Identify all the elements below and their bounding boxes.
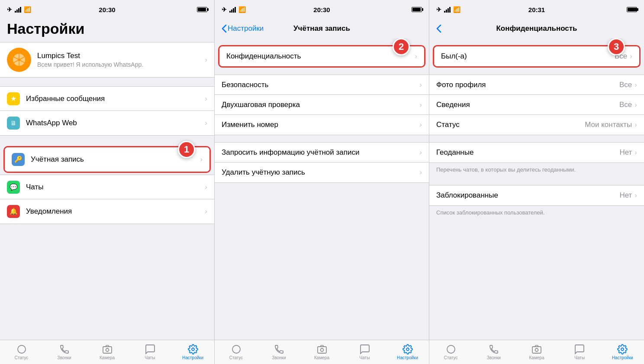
geodata-desc: Перечень чатов, в которых вы делитесь ге…	[429, 163, 644, 178]
calls-tab-icon-1	[59, 344, 70, 354]
status-bar-2: ✈ 📶 20:30	[215, 0, 429, 19]
status-left-3: ✈ 📶	[436, 6, 460, 13]
section-regular-1: ★ Избранные сообщения › 🖥 WhatsApp Web ›	[0, 86, 214, 136]
nav-header-3: Конфиденциальность	[429, 19, 644, 38]
calls-tab-icon-2	[274, 344, 284, 354]
profile-status: Всем привет! Я использую WhatsApp.	[37, 61, 203, 68]
privacy-label: Конфиденциальность	[226, 52, 415, 61]
notifications-item[interactable]: 🔔 Уведомления ›	[0, 199, 214, 224]
geodata-chevron: ›	[634, 148, 637, 157]
tab-status-label-3: Статус	[444, 355, 458, 360]
tab-status-1[interactable]: Статус	[0, 340, 43, 364]
battery-icon-3	[627, 7, 637, 12]
tab-camera-2[interactable]: Камера	[300, 340, 343, 364]
tab-status-3[interactable]: Статус	[429, 340, 472, 364]
whatsapp-web-item[interactable]: 🖥 WhatsApp Web ›	[0, 111, 214, 135]
tab-camera-3[interactable]: Камера	[515, 340, 558, 364]
notifications-chevron: ›	[205, 207, 207, 216]
photo-row[interactable]: Фото профиля Все ›	[429, 75, 644, 95]
tab-chats-3[interactable]: Чаты	[558, 340, 601, 364]
account-label: Учётная запись	[31, 155, 198, 164]
whatsapp-web-chevron: ›	[205, 119, 207, 127]
bottom-tabs-1: Статус Звонки Камера Чаты Настройки	[0, 340, 214, 364]
account-section: 🔑 Учётная запись › 1	[0, 146, 214, 173]
chats-tab-icon-2	[360, 344, 370, 354]
tab-calls-2[interactable]: Звонки	[258, 340, 300, 364]
content-1: Lumpics Test Всем привет! Я использую Wh…	[0, 42, 214, 364]
svg-rect-10	[318, 347, 326, 353]
tab-status-2[interactable]: Статус	[215, 340, 258, 364]
favorites-label: Избранные сообщения	[26, 94, 203, 103]
nav-back-2[interactable]: Настройки	[222, 24, 264, 33]
lastseen-chevron: ›	[630, 52, 632, 61]
notifications-label: Уведомления	[26, 207, 203, 216]
tab-chats-label-1: Чаты	[145, 355, 155, 360]
blocked-desc: Список заблокированных пользователей.	[429, 206, 644, 221]
status-tab-icon-3	[446, 344, 456, 354]
bottom-tabs-3: Статус Звонки Камера Чаты Настройки	[429, 340, 644, 364]
status-bar-1: ✈ 📶 20:30	[0, 0, 214, 19]
svg-point-5	[18, 58, 20, 61]
svg-rect-13	[532, 347, 541, 353]
spacer-2c	[215, 135, 429, 142]
tab-camera-1[interactable]: Камера	[86, 340, 129, 364]
lastseen-label: Был(-а)	[441, 52, 615, 61]
tab-chats-label-3: Чаты	[574, 355, 585, 360]
svg-point-11	[320, 348, 323, 351]
nav-back-3[interactable]	[436, 24, 441, 33]
info-value: Все	[619, 101, 632, 109]
tab-calls-1[interactable]: Звонки	[43, 340, 86, 364]
profile-item[interactable]: Lumpics Test Всем привет! Я использую Wh…	[0, 42, 214, 78]
section-2c: Запросить информацию учётной записи › Уд…	[215, 142, 429, 183]
chats-icon: 💬	[7, 181, 20, 194]
nav-title-3: Конфиденциальность	[496, 24, 577, 33]
security-chevron: ›	[419, 81, 422, 89]
tab-settings-3[interactable]: Настройки	[601, 340, 644, 364]
tab-settings-1[interactable]: Настройки	[171, 340, 214, 364]
avatar	[7, 48, 31, 72]
status-bar-3: ✈ 📶 20:31	[429, 0, 644, 19]
tab-chats-label-2: Чаты	[360, 355, 370, 360]
tab-settings-label-3: Настройки	[612, 355, 633, 360]
signal-2	[229, 7, 236, 13]
svg-rect-7	[103, 347, 112, 353]
chats-item[interactable]: 💬 Чаты ›	[0, 175, 214, 199]
favorites-item[interactable]: ★ Избранные сообщения ›	[0, 87, 214, 111]
tab-chats-2[interactable]: Чаты	[343, 340, 386, 364]
section-3d: Заблокированные Нет ›	[429, 185, 644, 206]
changenumber-row[interactable]: Изменить номер ›	[215, 115, 429, 135]
wifi-icon-3: 📶	[453, 6, 460, 13]
delete-account-row[interactable]: Удалить учётную запись ›	[215, 162, 429, 182]
signal-1	[15, 7, 21, 13]
settings-tab-icon-1	[188, 344, 198, 354]
tab-chats-1[interactable]: Чаты	[129, 340, 171, 364]
plane-icon-1: ✈	[7, 6, 12, 13]
svg-point-14	[535, 348, 538, 351]
back-chevron-2	[222, 24, 227, 33]
status-chevron: ›	[634, 120, 637, 129]
section-2b: Безопасность › Двухшаговая проверка › Из…	[215, 75, 429, 135]
security-row[interactable]: Безопасность ›	[215, 75, 429, 95]
signal-3	[444, 7, 451, 13]
geodata-row[interactable]: Геоданные Нет ›	[429, 143, 644, 162]
svg-point-9	[232, 345, 240, 353]
panel-3: ✈ 📶 20:31 Конфиденциальность 3	[429, 0, 644, 364]
twostep-row[interactable]: Двухшаговая проверка ›	[215, 95, 429, 115]
step-badge-2: 2	[393, 38, 410, 55]
whatsapp-web-label: WhatsApp Web	[26, 119, 203, 127]
tab-calls-3[interactable]: Звонки	[472, 340, 515, 364]
status-row[interactable]: Статус Мои контакты ›	[429, 115, 644, 135]
geodata-label: Геоданные	[436, 148, 619, 157]
camera-tab-icon-3	[531, 344, 542, 354]
header-1: Настройки	[0, 19, 214, 42]
tab-settings-2[interactable]: Настройки	[386, 340, 429, 364]
spacer-3c	[429, 135, 644, 142]
request-info-row[interactable]: Запросить информацию учётной записи ›	[215, 143, 429, 162]
tab-status-label-1: Статус	[15, 355, 29, 360]
status-label: Статус	[436, 120, 585, 129]
tab-camera-label-2: Камера	[314, 355, 329, 360]
account-icon: 🔑	[12, 153, 25, 166]
avatar-image	[10, 51, 28, 68]
info-row[interactable]: Сведения Все ›	[429, 95, 644, 115]
blocked-row[interactable]: Заблокированные Нет ›	[429, 185, 644, 205]
